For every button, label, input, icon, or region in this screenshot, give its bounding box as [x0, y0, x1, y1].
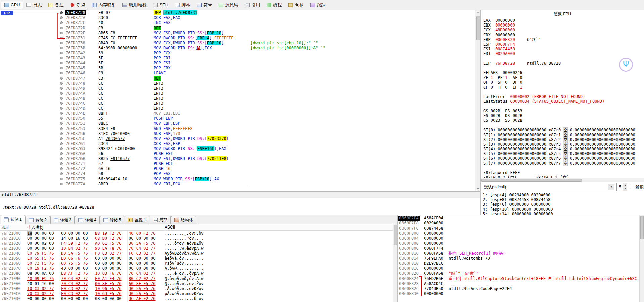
register-line[interactable]: ESI 00874458	[483, 47, 643, 51]
breakpoint-dot[interactable]	[60, 82, 63, 85]
breakpoint-dot[interactable]	[60, 72, 63, 74]
menu-item-handles[interactable]: 句柄	[285, 1, 307, 9]
tab-dump-3[interactable]: 转储 3	[50, 216, 75, 224]
dump-vertical-scrollbar[interactable]	[393, 224, 397, 302]
register-line[interactable]: ESP 0060F7F4	[483, 42, 643, 47]
disasm-row[interactable]: 76FD87388B4D F0MOV ECX,DWORD PTR SS:[EBP…	[0, 41, 475, 46]
disasm-row[interactable]: 76FD876133C4XOR EAX,ESP	[0, 141, 475, 146]
dump-row[interactable]: 76F2100018 00 00 0000 00 00 00B8 19 F2 7…	[0, 231, 393, 236]
register-line[interactable]	[483, 166, 643, 170]
register-line[interactable]	[483, 123, 643, 128]
menu-item-script[interactable]: 脚本	[172, 1, 194, 9]
breakpoint-dot[interactable]	[60, 157, 63, 160]
breakpoint-dot[interactable]	[60, 87, 63, 90]
stack-row[interactable]: 0060F8100060FA58指向 SEH_Record[1] 的指针	[398, 251, 639, 256]
disasm-row[interactable]: 76FD874ACCINT3	[0, 91, 475, 96]
register-line[interactable]: ST(5) 00000000000000000000 x87r5 空 0.000…	[483, 151, 643, 156]
disasm-row[interactable]: 76FD8749CCINT3	[0, 86, 475, 91]
unlock-checkbox[interactable]	[630, 185, 634, 189]
hide-fpu-button[interactable]: 隐藏 FPU	[481, 11, 644, 17]
disasm-row[interactable]: 76FD876B8B35 F8110577MOV ESI,DWORD PTR D…	[0, 156, 475, 161]
register-line[interactable]: ECX 48DD0000	[483, 28, 643, 32]
stack-arg-row[interactable]: 2: [esp+8] 00874458 00874458	[483, 197, 642, 202]
disasm-row[interactable]: 76FD874BCCINT3	[0, 96, 475, 101]
dump-row[interactable]: 76F210C070 C3 02 77F0 C3 02 7710 6D F5 7…	[0, 291, 393, 296]
dump-row[interactable]: 76F2108008 00 0A 00E8 AF F2 7610 03 F6 7…	[0, 271, 393, 276]
breakpoint-dot[interactable]	[60, 97, 63, 100]
dump-row[interactable]: 76F210B010 C3 02 77F0 C3 02 7710 96 F5 7…	[0, 286, 393, 291]
stack-row[interactable]: 0060F80800000000	[398, 241, 639, 246]
dump-row[interactable]: 76F2106050 73 F5 7660 75 F5 7600 00 00 0…	[0, 261, 393, 266]
breakpoint-dot[interactable]	[60, 107, 63, 110]
dump-row[interactable]: 76F2101000 00 00 0014 00 16 0008 B0 F2 7…	[0, 236, 393, 241]
menu-item-references[interactable]: 引用	[241, 1, 263, 9]
breakpoint-dot[interactable]	[60, 117, 63, 120]
stepper-up-icon[interactable]: ▲	[624, 184, 626, 186]
stack-row[interactable]: 0060F7F80029A000	[398, 221, 639, 226]
breakpoint-dot[interactable]	[60, 152, 63, 155]
registers-panel[interactable]: 隐藏 FPU EAX 00000000EBX 00000000ECX 48DD0…	[480, 10, 644, 215]
disasm-row[interactable]: 76FD875CA1 70330577MOV EAX,DWORD PTR DS:…	[0, 136, 475, 141]
menu-item-trace[interactable]: 跟踪	[307, 1, 329, 9]
breakpoint-dot[interactable]	[60, 11, 63, 14]
stack-panel[interactable]: 0060F7F4A58ACF040060F7F80029A0000060F7FC…	[397, 215, 644, 302]
register-line[interactable]: OF 0 SF 0 DF 0	[483, 80, 643, 85]
stack-row[interactable]: 0060F82C7704DB50ntdll.NlsAnsiCodePage+22…	[398, 286, 639, 291]
register-line[interactable]: ST(0) 00000000000000000000 x87r0 空 0.000…	[483, 128, 643, 132]
breakpoint-dot[interactable]	[60, 112, 63, 115]
dump-row[interactable]: 76F210D000 00 00 0000 00 00 0008 00 0A 0…	[0, 296, 393, 301]
register-line[interactable]: ZF 1 PF 1 AF 0	[483, 75, 643, 80]
register-line[interactable]: CF 0 TF 0 IF 1	[483, 85, 643, 90]
disasm-row[interactable]: 76FD8748CCINT3	[0, 81, 475, 86]
menu-item-cpu[interactable]: CPU	[1, 1, 23, 9]
register-line[interactable]: EAX 00000000	[483, 18, 643, 23]
stack-row[interactable]: 0060F828A58ACD4C	[398, 281, 639, 286]
breakpoint-dot[interactable]	[60, 122, 63, 125]
stack-row[interactable]: 0060F81476F9EFA0ntdll.wcstombs+70	[398, 256, 639, 261]
disasm-row[interactable]: 76FD8763898424 6C010000MOV DWORD PTR SS:…	[0, 146, 475, 151]
arg-count-stepper[interactable]: 5 ▲▼	[616, 183, 628, 191]
disasm-row[interactable]: 76FD875681EC 70010000SUB ESP,170	[0, 131, 475, 136]
disasm-row[interactable]: 76FD877A8BF9MOV EDI,ECX	[0, 182, 475, 187]
breakpoint-dot[interactable]	[60, 52, 63, 54]
dump-row[interactable]: 76F21070C0 19 F2 7640 00 00 0000 00 00 0…	[0, 266, 393, 271]
breakpoint-dot[interactable]	[60, 167, 63, 170]
stack-row[interactable]: 0060F80C0060F7F4	[398, 246, 639, 251]
dump-row[interactable]: 76F210A040 01 16 0070 C4 02 7700 8F F5 7…	[0, 281, 393, 286]
stack-vertical-scrollbar[interactable]	[639, 215, 644, 302]
scroll-down-icon[interactable]: ▼	[476, 187, 480, 191]
register-line[interactable]: EDI 0029A000	[483, 51, 643, 56]
breakpoint-dot[interactable]	[60, 127, 63, 130]
register-line[interactable]	[483, 56, 643, 61]
breakpoint-dot[interactable]	[60, 32, 63, 34]
breakpoint-dot[interactable]	[60, 142, 63, 145]
disasm-row[interactable]: 76FD873B64:890D 00000000MOV DWORD PTR FS…	[0, 46, 475, 51]
register-line[interactable]: ST(3) 00000000000000000000 x87r3 空 0.000…	[483, 142, 643, 147]
breakpoint-dot[interactable]	[60, 62, 63, 64]
register-line[interactable]: CS 0023 SS 002B	[483, 118, 643, 123]
disasm-row[interactable]: 76FD8731C745 FC FFFFFFFFMOV DWORD PTR SS…	[0, 36, 475, 41]
menu-item-memmap[interactable]: 内存映射	[89, 1, 119, 9]
stack-row[interactable]: 0060F80400000000	[398, 236, 639, 241]
stack-row[interactable]: 0060F7FC00874458	[398, 226, 639, 231]
menu-item-threads[interactable]: 线程	[263, 1, 285, 9]
disasm-row[interactable]: 76FD8747C3RET	[0, 76, 475, 81]
tab-watch-1[interactable]: 监视 1	[125, 216, 149, 224]
register-line[interactable]: x87TagWord FFFF	[483, 170, 643, 175]
disasm-row[interactable]: 76FD876A56PUSH ESI	[0, 151, 475, 156]
tab-dump-1[interactable]: 转储 1	[1, 215, 25, 224]
disasm-row[interactable]: 76FD8728EB 07JMP ntdll.76FD8731	[0, 10, 475, 15]
stack-row[interactable]: 0060F8200060FA68"跟`"==&"庹`"	[398, 271, 639, 276]
dump-row[interactable]: 76F2102000 00 02 00F4 59 F2 76A0 61 F5 7…	[0, 241, 393, 246]
dump-row[interactable]: 76F2103000 00 00 0010 B4 02 7790 EA F8 7…	[0, 246, 393, 251]
stepper-down-icon[interactable]: ▼	[624, 188, 626, 190]
stack-row[interactable]: 0060F7F4A58ACF04	[398, 216, 639, 221]
scrollbar-thumb[interactable]	[640, 216, 644, 239]
breakpoint-dot[interactable]	[60, 27, 63, 29]
chevron-down-icon[interactable]: ▼	[608, 184, 614, 190]
tab-locals[interactable]: x=局部	[150, 216, 171, 224]
disasm-row[interactable]: 76FD872C40INC EAX	[0, 20, 475, 26]
scroll-up-icon[interactable]: ▲	[476, 10, 480, 15]
disasm-row[interactable]: 76FD875383E4 F8AND ESP,FFFFFFF8	[0, 126, 475, 131]
dump-panel[interactable]: 地址 十六进制 ASCII 76F2100018 00 00 0000 00 0…	[0, 224, 397, 302]
